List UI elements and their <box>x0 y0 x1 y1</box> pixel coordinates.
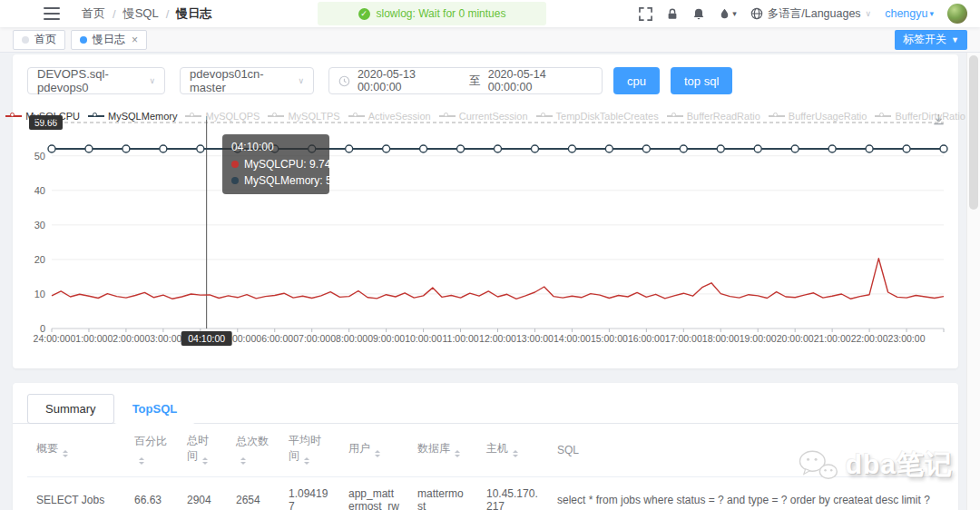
column-label: 总次数 <box>236 435 269 447</box>
column-header-数据库[interactable]: 数据库 <box>408 424 477 477</box>
legend-item-BufferUsageRatio[interactable]: BufferUsageRatio <box>769 111 867 122</box>
legend-label: BufferUsageRatio <box>789 111 867 122</box>
tag-label: 首页 <box>34 32 56 47</box>
svg-text:22:00:00: 22:00:00 <box>851 333 888 344</box>
breadcrumb-item-slowsql[interactable]: 慢SQL <box>123 5 159 22</box>
svg-text:16:00:00: 16:00:00 <box>628 333 665 344</box>
tag-慢日志[interactable]: 慢日志× <box>71 30 147 50</box>
tooltip-series-dot <box>231 177 239 184</box>
tags-toggle-button[interactable]: 标签开关 ▼ <box>895 30 967 50</box>
column-header-总次数[interactable]: 总次数 <box>227 424 279 477</box>
column-header-百分比[interactable]: 百分比 <box>125 424 178 477</box>
theme-icon[interactable]: ▾ <box>719 7 737 21</box>
svg-text:20:00:00: 20:00:00 <box>777 333 814 344</box>
chevron-down-icon: ∨ <box>866 9 872 18</box>
svg-text:15:00:00: 15:00:00 <box>591 333 628 344</box>
legend-line-icon <box>185 115 201 117</box>
legend-item-BufferReadRatio[interactable]: BufferReadRatio <box>667 111 760 122</box>
sort-icon[interactable] <box>202 455 208 467</box>
table-cell: SELECT Jobs <box>27 477 125 510</box>
theme-caret-icon: ▾ <box>732 9 737 18</box>
column-header-主机[interactable]: 主机 <box>477 424 548 477</box>
chart-legend: MySQLCPUMySQLMemoryMySQLQPSMySQLTPSActiv… <box>13 111 958 122</box>
language-label: 多语言/Languages <box>768 6 861 22</box>
svg-text:20: 20 <box>34 254 45 265</box>
fullscreen-icon[interactable] <box>639 7 652 21</box>
breadcrumb-item-home[interactable]: 首页 <box>82 5 105 22</box>
tooltip-series-dot <box>231 161 239 168</box>
legend-label: BufferDirtyRatio <box>895 111 965 122</box>
breadcrumb-separator: / <box>113 7 116 21</box>
tooltip-series-text: MySQLCPU: 9.74 <box>244 156 330 173</box>
legend-label: MySQLMemory <box>108 111 177 122</box>
language-switcher[interactable]: 多语言/Languages ∨ <box>750 6 871 22</box>
user-menu[interactable]: chengyu ▾ <box>885 7 934 20</box>
sort-icon[interactable] <box>375 447 380 460</box>
legend-item-MySQLMemory[interactable]: MySQLMemory <box>88 111 177 122</box>
svg-text:11:00:00: 11:00:00 <box>442 333 478 344</box>
sort-icon[interactable] <box>139 455 144 467</box>
table-cell: 2654 <box>227 477 279 510</box>
svg-text:08:00:00: 08:00:00 <box>330 333 368 344</box>
svg-text:03:00:00: 03:00:00 <box>144 333 181 344</box>
svg-text:14:00:00: 14:00:00 <box>554 333 591 344</box>
table-cell: select * from jobs where status = ? and … <box>548 477 944 510</box>
column-label: 概要 <box>36 442 58 455</box>
lock-icon[interactable] <box>666 7 679 21</box>
svg-text:19:00:00: 19:00:00 <box>740 333 777 344</box>
bell-icon[interactable] <box>692 7 705 21</box>
svg-text:02:00:00: 02:00:00 <box>107 333 144 344</box>
username-label: chengyu <box>885 7 927 20</box>
legend-item-MySQLCPU[interactable]: MySQLCPU <box>5 111 80 122</box>
sort-icon[interactable] <box>240 455 246 467</box>
sort-icon[interactable] <box>304 455 309 467</box>
column-header-用户[interactable]: 用户 <box>339 424 408 477</box>
breadcrumb-item-slowlog: 慢日志 <box>176 5 211 22</box>
legend-item-MySQLQPS[interactable]: MySQLQPS <box>185 111 260 122</box>
table-row[interactable]: SELECT Jobs66.63290426541.094197app_matt… <box>27 477 944 510</box>
avatar[interactable] <box>947 4 967 24</box>
scrollbar-thumb[interactable] <box>969 55 978 210</box>
legend-item-CurrentSession[interactable]: CurrentSession <box>439 111 528 122</box>
column-header-概要[interactable]: 概要 <box>27 424 125 477</box>
sort-icon[interactable] <box>513 447 518 460</box>
column-header-平均时间[interactable]: 平均时间 <box>279 424 339 477</box>
svg-text:18:00:00: 18:00:00 <box>702 333 740 344</box>
hamburger-menu-icon[interactable] <box>44 7 60 20</box>
column-label: 用户 <box>348 442 370 455</box>
svg-text:23:00:00: 23:00:00 <box>888 333 926 344</box>
svg-text:10: 10 <box>34 289 45 299</box>
top-navbar: 首页 / 慢SQL / 慢日志 ✓ slowlog: Wait for 0 mi… <box>0 0 980 27</box>
success-check-icon: ✓ <box>358 8 370 20</box>
sort-icon[interactable] <box>455 447 460 460</box>
legend-line-icon <box>439 115 456 117</box>
alert-text: slowlog: Wait for 0 mintues <box>377 7 506 20</box>
legend-label: TempDiskTableCreates <box>556 111 659 122</box>
topsql-panel: SummaryTopSQL 概要百分比总时间总次数平均时间用户数据库主机SQL … <box>13 383 958 510</box>
tab-summary[interactable]: Summary <box>27 394 114 424</box>
svg-text:04:10:00: 04:10:00 <box>188 333 225 344</box>
page-scrollbar[interactable] <box>966 53 980 510</box>
column-label: 百分比 <box>134 435 167 447</box>
tooltip-row: MySQLCPU: 9.74 <box>231 156 320 173</box>
legend-item-ActiveSession[interactable]: ActiveSession <box>348 111 431 122</box>
svg-text:21:00:00: 21:00:00 <box>814 333 851 344</box>
table-cell: 10.45.170.217 <box>477 477 548 510</box>
legend-item-MySQLTPS[interactable]: MySQLTPS <box>268 111 339 122</box>
tab-topsql[interactable]: TopSQL <box>114 394 196 424</box>
legend-item-BufferDirtyRatio[interactable]: BufferDirtyRatio <box>875 111 965 122</box>
legend-item-TempDiskTableCreates[interactable]: TempDiskTableCreates <box>536 111 659 122</box>
tag-首页[interactable]: 首页 <box>13 30 65 50</box>
line-chart[interactable]: 0102030405024:00:0001:00:0002:00:0003:00… <box>13 54 958 368</box>
tooltip-row: MySQLMemory: 52.05 <box>231 172 320 190</box>
svg-text:50: 50 <box>34 151 45 162</box>
table-cell: mattermost <box>408 477 477 510</box>
sort-icon[interactable] <box>63 447 68 460</box>
tag-close-icon[interactable]: × <box>132 34 138 46</box>
legend-line-icon <box>88 115 104 117</box>
legend-label: MySQLCPU <box>25 111 80 122</box>
tag-dot-icon <box>22 36 29 44</box>
column-header-总时间[interactable]: 总时间 <box>178 424 227 477</box>
svg-text:10:00:00: 10:00:00 <box>405 333 442 344</box>
svg-text:09:00:00: 09:00:00 <box>368 333 405 344</box>
